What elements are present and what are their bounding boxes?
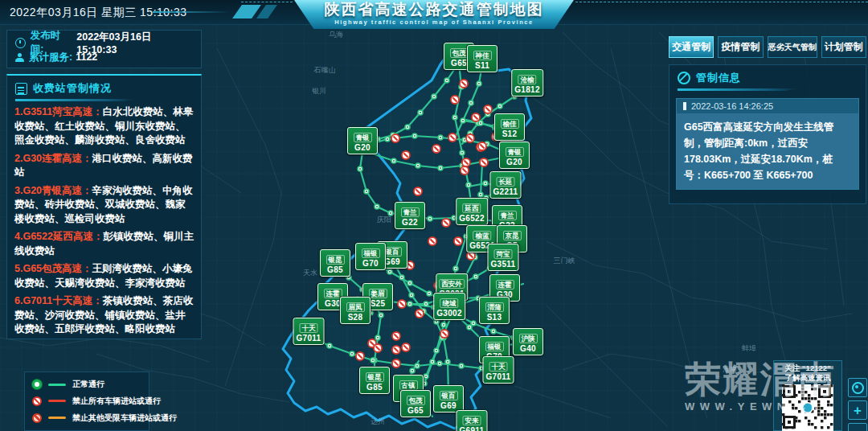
badge-road-code: G20 xyxy=(350,143,375,153)
highway-badge-g69[interactable]: 银百G69 xyxy=(433,385,464,413)
highway-badge-g65[interactable]: 包茂G65 xyxy=(400,390,431,417)
restriction-marker[interactable] xyxy=(454,237,462,245)
badge-road-name: 渭蒲 xyxy=(485,302,504,312)
badge-road-name: 银百 xyxy=(440,391,458,400)
restriction-marker[interactable] xyxy=(467,252,475,260)
badge-road-name: 榆佳 xyxy=(501,119,519,129)
legend-label: 禁止其他受限车辆进站或通行 xyxy=(72,413,177,424)
highway-badge-g6911[interactable]: 安来G6911 xyxy=(457,410,488,431)
restriction-marker[interactable] xyxy=(402,151,410,159)
highway-badge-g85[interactable]: 银昆G85 xyxy=(320,249,350,277)
highway-badge-g7011[interactable]: 十天G7011 xyxy=(483,356,514,384)
restriction-marker[interactable] xyxy=(472,113,480,121)
highway-badge-s28[interactable]: 眉凤S28 xyxy=(340,297,371,324)
highway-badge-g20[interactable]: 青银G20 xyxy=(499,142,530,169)
badge-road-name: 青银 xyxy=(354,133,372,142)
restriction-marker[interactable] xyxy=(461,166,469,174)
service-count-value: 1122 xyxy=(76,51,97,63)
bullet-icon xyxy=(683,102,686,110)
list-icon xyxy=(15,83,27,95)
toll-panel-title: 收费站管制情况 xyxy=(33,81,112,96)
restriction-marker[interactable] xyxy=(451,96,459,104)
page-title-block: 陕西省高速公路交通管制地图 Highway traffic control ma… xyxy=(294,0,574,29)
restriction-marker[interactable] xyxy=(428,237,436,245)
badge-road-code: G22 xyxy=(398,218,422,228)
badge-road-name: 神佳 xyxy=(473,51,492,60)
highway-badge-g20[interactable]: 青银G20 xyxy=(347,127,378,154)
restriction-marker[interactable] xyxy=(480,158,488,166)
restriction-marker[interactable] xyxy=(414,187,422,195)
restriction-marker[interactable] xyxy=(416,310,424,318)
city-label: 蚌埠 xyxy=(742,344,756,352)
restriction-marker[interactable] xyxy=(402,343,410,351)
tab-2[interactable]: 疫情管制 xyxy=(718,36,763,58)
highway-badge-g2211[interactable]: 长延G2211 xyxy=(490,171,522,199)
highway-badge-g1812[interactable]: 沧榆G1812 xyxy=(511,69,543,96)
restriction-marker[interactable] xyxy=(442,219,450,227)
restriction-marker[interactable] xyxy=(448,133,457,142)
badge-road-name: 西安外 xyxy=(439,279,465,289)
locate-button[interactable] xyxy=(848,378,867,397)
page-title: 陕西省高速公路交通管制地图 xyxy=(294,1,574,18)
restriction-marker[interactable] xyxy=(478,142,486,150)
restriction-marker[interactable] xyxy=(432,145,440,153)
control-info-panel: 管制信息 2022-03-16 14:26:25 G65西富高速延安方向发生主线… xyxy=(669,64,866,204)
highway-badge-g6522[interactable]: 延西G6522 xyxy=(456,198,488,225)
restriction-marker[interactable] xyxy=(374,344,382,352)
toll-control-list[interactable]: 1.G3511菏宝高速：白水北收费站、林皋收费站、红土收费站、铜川东收费站、照金… xyxy=(7,103,201,339)
restriction-marker[interactable] xyxy=(392,346,400,354)
header-datetime: 2022年03月16日 星期三 15:10:33 xyxy=(10,6,187,20)
highway-badge-g7011[interactable]: 十天G7011 xyxy=(293,318,325,345)
badge-road-name: 青兰 xyxy=(498,211,517,220)
badge-road-code: S12 xyxy=(497,129,522,139)
highway-badge-s11[interactable]: 神佳S11 xyxy=(467,45,497,72)
badge-road-code: G6911 xyxy=(460,426,485,431)
restriction-marker[interactable] xyxy=(392,332,400,340)
restriction-marker[interactable] xyxy=(460,80,468,88)
city-label: 庆阳 xyxy=(377,216,391,224)
city-label: 淮南 xyxy=(723,365,737,373)
zoom-in-button[interactable]: + xyxy=(848,400,867,420)
highway-badge-g70[interactable]: 福银G70 xyxy=(355,243,386,270)
legend-line-sample xyxy=(48,417,66,419)
toll-road-name: 2.G30连霍高速： xyxy=(14,153,92,164)
highway-badge-g3002[interactable]: 绕城G3002 xyxy=(433,293,465,320)
highway-badge-g3511[interactable]: 菏宝G3511 xyxy=(488,244,519,271)
zoom-out-button[interactable]: − xyxy=(848,423,867,431)
tab-4[interactable]: 计划管制 xyxy=(821,36,866,58)
restriction-marker[interactable] xyxy=(440,330,448,338)
highway-badge-s13[interactable]: 渭蒲S13 xyxy=(479,297,510,324)
restriction-marker[interactable] xyxy=(398,300,406,308)
badge-road-name: 福银 xyxy=(485,342,504,351)
restriction-marker[interactable] xyxy=(392,359,400,367)
header-dashed-line xyxy=(241,2,293,2)
control-entry-card[interactable]: 2022-03-16 14:26:25 G65西富高速延安方向发生主线管制，管制… xyxy=(676,98,859,190)
badge-road-name: 沧榆 xyxy=(518,75,537,84)
ban-all-icon xyxy=(32,396,42,406)
page-subtitle: Highway traffic control map of Shaanxi P… xyxy=(294,18,574,26)
badge-road-code: G7011 xyxy=(486,372,511,382)
badge-road-code: G7011 xyxy=(297,334,321,343)
restriction-marker[interactable] xyxy=(484,105,492,113)
restriction-marker[interactable] xyxy=(356,352,364,360)
control-panel-title: 管制信息 xyxy=(696,71,741,85)
toll-control-panel: 收费站管制情况 1.G3511菏宝高速：白水北收费站、林皋收费站、红土收费站、铜… xyxy=(6,74,202,339)
prohibition-icon xyxy=(678,72,690,84)
restriction-marker[interactable] xyxy=(462,158,470,166)
highway-badge-g85[interactable]: 银昆G85 xyxy=(359,367,390,394)
badge-road-name: 京昆 xyxy=(503,231,522,240)
tab-1[interactable]: 交通管制 xyxy=(669,36,714,58)
badge-road-code: G2211 xyxy=(493,187,518,197)
highway-badge-g40[interactable]: 沪陕G40 xyxy=(513,328,543,355)
badge-road-name: 银昆 xyxy=(366,372,384,382)
badge-road-name: 绕城 xyxy=(440,298,459,308)
badge-road-name: 十天 xyxy=(299,323,317,333)
highway-badge-s12[interactable]: 榆佳S12 xyxy=(494,113,525,141)
city-label: 石嘴山 xyxy=(313,66,336,74)
restriction-marker[interactable] xyxy=(391,134,399,142)
qr-caption-line1: 关注 “12122” xyxy=(774,363,841,373)
highway-badge-g22[interactable]: 青兰G22 xyxy=(395,202,425,229)
tab-3[interactable]: 恶劣天气管制 xyxy=(768,36,817,58)
badge-road-name: 连霍 xyxy=(496,280,514,289)
restriction-marker[interactable] xyxy=(466,134,474,142)
